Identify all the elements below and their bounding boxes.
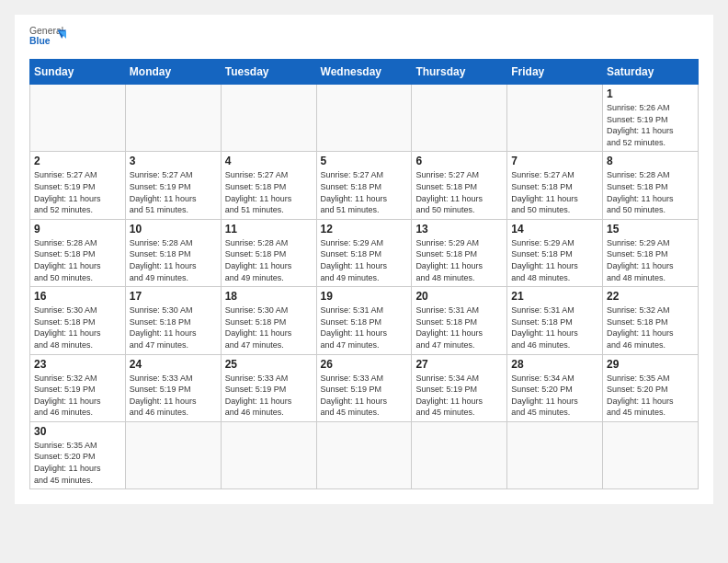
- calendar-cell: 22Sunrise: 5:32 AM Sunset: 5:18 PM Dayli…: [603, 287, 699, 354]
- calendar-cell: 26Sunrise: 5:33 AM Sunset: 5:19 PM Dayli…: [316, 354, 412, 421]
- day-number: 14: [511, 223, 598, 236]
- day-info: Sunrise: 5:30 AM Sunset: 5:18 PM Dayligh…: [225, 304, 313, 350]
- day-number: 19: [321, 290, 408, 303]
- calendar-cell: [507, 85, 603, 152]
- day-info: Sunrise: 5:33 AM Sunset: 5:19 PM Dayligh…: [225, 373, 313, 419]
- day-number: 24: [130, 358, 217, 371]
- day-info: Sunrise: 5:29 AM Sunset: 5:18 PM Dayligh…: [511, 237, 598, 283]
- weekday-header-friday: Friday: [507, 60, 603, 85]
- calendar-cell: 2Sunrise: 5:27 AM Sunset: 5:19 PM Daylig…: [30, 152, 126, 219]
- day-info: Sunrise: 5:27 AM Sunset: 5:19 PM Dayligh…: [130, 169, 217, 215]
- day-number: 3: [130, 155, 217, 167]
- day-info: Sunrise: 5:33 AM Sunset: 5:19 PM Dayligh…: [130, 373, 217, 419]
- day-info: Sunrise: 5:34 AM Sunset: 5:19 PM Dayligh…: [415, 373, 503, 419]
- day-info: Sunrise: 5:32 AM Sunset: 5:19 PM Dayligh…: [34, 373, 121, 419]
- weekday-header-row: SundayMondayTuesdayWednesdayThursdayFrid…: [30, 60, 699, 85]
- day-number: 12: [321, 223, 408, 236]
- day-number: 2: [34, 155, 121, 167]
- calendar-container: General Blue SundayMondayTuesdayWednesda…: [15, 15, 713, 504]
- day-info: Sunrise: 5:35 AM Sunset: 5:20 PM Dayligh…: [607, 373, 694, 419]
- calendar-cell: 9Sunrise: 5:28 AM Sunset: 5:18 PM Daylig…: [30, 219, 126, 286]
- day-number: 1: [607, 87, 694, 100]
- day-info: Sunrise: 5:28 AM Sunset: 5:18 PM Dayligh…: [34, 237, 121, 283]
- calendar-cell: 29Sunrise: 5:35 AM Sunset: 5:20 PM Dayli…: [603, 354, 699, 421]
- calendar-cell: 17Sunrise: 5:30 AM Sunset: 5:18 PM Dayli…: [125, 287, 221, 354]
- day-number: 28: [511, 358, 598, 371]
- calendar-cell: 30Sunrise: 5:35 AM Sunset: 5:20 PM Dayli…: [30, 421, 126, 488]
- calendar-cell: 5Sunrise: 5:27 AM Sunset: 5:18 PM Daylig…: [316, 152, 412, 219]
- day-number: 4: [225, 155, 313, 167]
- calendar-cell: 20Sunrise: 5:31 AM Sunset: 5:18 PM Dayli…: [412, 287, 507, 354]
- weekday-header-monday: Monday: [125, 60, 221, 85]
- day-number: 10: [130, 223, 217, 236]
- day-info: Sunrise: 5:31 AM Sunset: 5:18 PM Dayligh…: [511, 304, 598, 350]
- day-info: Sunrise: 5:29 AM Sunset: 5:18 PM Dayligh…: [321, 237, 408, 283]
- day-info: Sunrise: 5:27 AM Sunset: 5:18 PM Dayligh…: [415, 169, 503, 215]
- day-info: Sunrise: 5:31 AM Sunset: 5:18 PM Dayligh…: [415, 304, 503, 350]
- calendar-cell: [412, 85, 507, 152]
- weekday-header-sunday: Sunday: [30, 60, 126, 85]
- day-number: 23: [34, 358, 121, 371]
- day-info: Sunrise: 5:29 AM Sunset: 5:18 PM Dayligh…: [415, 237, 503, 283]
- calendar-week-5: 30Sunrise: 5:35 AM Sunset: 5:20 PM Dayli…: [30, 421, 699, 488]
- calendar-cell: 21Sunrise: 5:31 AM Sunset: 5:18 PM Dayli…: [507, 287, 603, 354]
- calendar-cell: [125, 421, 221, 488]
- calendar-cell: 10Sunrise: 5:28 AM Sunset: 5:18 PM Dayli…: [125, 219, 221, 286]
- day-number: 5: [321, 155, 408, 167]
- day-info: Sunrise: 5:28 AM Sunset: 5:18 PM Dayligh…: [225, 237, 313, 283]
- calendar-week-2: 9Sunrise: 5:28 AM Sunset: 5:18 PM Daylig…: [30, 219, 699, 286]
- day-number: 18: [225, 290, 313, 303]
- day-number: 11: [225, 223, 313, 236]
- calendar-cell: 6Sunrise: 5:27 AM Sunset: 5:18 PM Daylig…: [412, 152, 507, 219]
- day-number: 9: [34, 223, 121, 236]
- day-info: Sunrise: 5:27 AM Sunset: 5:18 PM Dayligh…: [511, 169, 598, 215]
- day-info: Sunrise: 5:31 AM Sunset: 5:18 PM Dayligh…: [321, 304, 408, 350]
- calendar-cell: [603, 421, 699, 488]
- calendar-cell: 8Sunrise: 5:28 AM Sunset: 5:18 PM Daylig…: [603, 152, 699, 219]
- calendar-cell: 28Sunrise: 5:34 AM Sunset: 5:20 PM Dayli…: [507, 354, 603, 421]
- calendar-cell: 24Sunrise: 5:33 AM Sunset: 5:19 PM Dayli…: [125, 354, 221, 421]
- calendar-cell: 23Sunrise: 5:32 AM Sunset: 5:19 PM Dayli…: [30, 354, 126, 421]
- calendar-cell: 11Sunrise: 5:28 AM Sunset: 5:18 PM Dayli…: [221, 219, 316, 286]
- calendar-body: 1Sunrise: 5:26 AM Sunset: 5:19 PM Daylig…: [30, 85, 699, 489]
- calendar-cell: 16Sunrise: 5:30 AM Sunset: 5:18 PM Dayli…: [30, 287, 126, 354]
- weekday-header-wednesday: Wednesday: [316, 60, 412, 85]
- calendar-cell: 14Sunrise: 5:29 AM Sunset: 5:18 PM Dayli…: [507, 219, 603, 286]
- day-number: 6: [415, 155, 503, 167]
- day-number: 27: [415, 358, 503, 371]
- calendar-cell: 7Sunrise: 5:27 AM Sunset: 5:18 PM Daylig…: [507, 152, 603, 219]
- svg-text:Blue: Blue: [29, 36, 51, 46]
- calendar-cell: 18Sunrise: 5:30 AM Sunset: 5:18 PM Dayli…: [221, 287, 316, 354]
- weekday-header-thursday: Thursday: [412, 60, 507, 85]
- day-number: 26: [321, 358, 408, 371]
- day-number: 8: [607, 155, 694, 167]
- day-info: Sunrise: 5:27 AM Sunset: 5:18 PM Dayligh…: [321, 169, 408, 215]
- day-info: Sunrise: 5:35 AM Sunset: 5:20 PM Dayligh…: [34, 440, 121, 486]
- calendar-cell: 19Sunrise: 5:31 AM Sunset: 5:18 PM Dayli…: [316, 287, 412, 354]
- logo-icon: General Blue: [29, 24, 66, 50]
- calendar-cell: 15Sunrise: 5:29 AM Sunset: 5:18 PM Dayli…: [603, 219, 699, 286]
- weekday-header-tuesday: Tuesday: [221, 60, 316, 85]
- day-number: 20: [415, 290, 503, 303]
- calendar-cell: 3Sunrise: 5:27 AM Sunset: 5:19 PM Daylig…: [125, 152, 221, 219]
- calendar-cell: [316, 85, 412, 152]
- logo: General Blue: [29, 24, 66, 52]
- day-number: 21: [511, 290, 598, 303]
- day-number: 29: [607, 358, 694, 371]
- calendar-cell: 25Sunrise: 5:33 AM Sunset: 5:19 PM Dayli…: [221, 354, 316, 421]
- calendar-week-0: 1Sunrise: 5:26 AM Sunset: 5:19 PM Daylig…: [30, 85, 699, 152]
- calendar-week-3: 16Sunrise: 5:30 AM Sunset: 5:18 PM Dayli…: [30, 287, 699, 354]
- day-info: Sunrise: 5:32 AM Sunset: 5:18 PM Dayligh…: [607, 304, 694, 350]
- day-number: 22: [607, 290, 694, 303]
- weekday-header-saturday: Saturday: [603, 60, 699, 85]
- header: General Blue: [29, 24, 699, 52]
- day-info: Sunrise: 5:28 AM Sunset: 5:18 PM Dayligh…: [607, 169, 694, 215]
- calendar-cell: [412, 421, 507, 488]
- calendar-cell: 1Sunrise: 5:26 AM Sunset: 5:19 PM Daylig…: [603, 85, 699, 152]
- day-info: Sunrise: 5:30 AM Sunset: 5:18 PM Dayligh…: [34, 304, 121, 350]
- day-info: Sunrise: 5:33 AM Sunset: 5:19 PM Dayligh…: [321, 373, 408, 419]
- day-number: 13: [415, 223, 503, 236]
- calendar-cell: 4Sunrise: 5:27 AM Sunset: 5:18 PM Daylig…: [221, 152, 316, 219]
- day-info: Sunrise: 5:34 AM Sunset: 5:20 PM Dayligh…: [511, 373, 598, 419]
- calendar-table: SundayMondayTuesdayWednesdayThursdayFrid…: [29, 59, 699, 489]
